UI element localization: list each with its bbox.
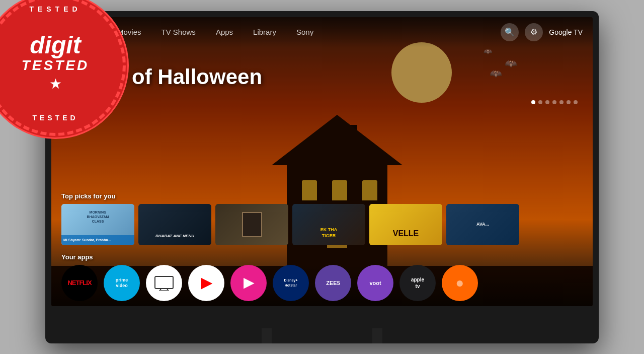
youtube-play-icon: ▶ bbox=[201, 274, 212, 291]
appletv-label: appletv bbox=[411, 276, 424, 290]
app-voot[interactable]: voot bbox=[357, 265, 393, 301]
sony-screen-icon bbox=[154, 275, 174, 291]
carousel-dot-1 bbox=[531, 100, 535, 104]
nav-tab-tv-shows[interactable]: TV Shows bbox=[153, 25, 204, 39]
tv-stand bbox=[45, 328, 599, 343]
app-disney-hotstar[interactable]: Disney+Hotstar bbox=[273, 265, 309, 301]
app-youtube[interactable]: ▶ bbox=[188, 265, 224, 301]
carousel-dot-2 bbox=[538, 100, 542, 104]
carousel-dots bbox=[531, 100, 578, 104]
search-icon: 🔍 bbox=[505, 27, 515, 37]
nav-tab-sony[interactable]: Sony bbox=[288, 25, 321, 39]
prime-label: primevideo bbox=[116, 277, 128, 289]
tv-leg-left bbox=[262, 328, 272, 343]
nav-right-controls: 🔍 ⚙ Google TV bbox=[501, 23, 583, 41]
navigation-bar: For you Movies TV Shows Apps Library Son… bbox=[51, 17, 593, 47]
carousel-dot-5 bbox=[559, 100, 564, 104]
app-zee5[interactable]: ZEE5 bbox=[315, 265, 351, 301]
stamp-arc-bottom: TESTED bbox=[32, 114, 78, 122]
pick-card-2[interactable]: BHARAT ANE NENU bbox=[138, 204, 211, 245]
pick-card-6[interactable]: AVA... bbox=[446, 204, 519, 245]
carousel-dot-6 bbox=[567, 100, 571, 104]
stamp-tested-label: TESTED bbox=[22, 57, 89, 74]
zee5-label: ZEE5 bbox=[326, 280, 340, 286]
carousel-dot-4 bbox=[552, 100, 556, 104]
nav-tab-apps[interactable]: Apps bbox=[208, 25, 241, 39]
gear-icon: ⚙ bbox=[530, 27, 537, 37]
digit-tested-stamp: TESTED digit TESTED ★ TESTED bbox=[0, 0, 126, 136]
stamp-brand: digit bbox=[22, 33, 89, 57]
stamp-star-icon: ★ bbox=[22, 76, 89, 92]
google-tv-label: Google TV bbox=[549, 28, 583, 36]
apps-row: NETFLIX primevideo ▶ bbox=[61, 265, 583, 301]
pick-card-3[interactable] bbox=[215, 204, 288, 245]
tv-frame: 🦇 🦇 🦇 For you Movies TV Shows Apps Libra… bbox=[45, 11, 599, 343]
disney-label: Disney+Hotstar bbox=[284, 278, 297, 288]
carousel-dot-3 bbox=[545, 100, 549, 104]
netflix-label: NETFLIX bbox=[67, 279, 91, 287]
app-films[interactable]: ▶ bbox=[230, 265, 267, 301]
app-sony-liv[interactable] bbox=[146, 265, 182, 301]
stamp-arc-top: TESTED bbox=[29, 5, 81, 13]
apps-section-label: Your apps bbox=[61, 253, 583, 261]
nav-tab-library[interactable]: Library bbox=[245, 25, 284, 39]
pick-card-4[interactable]: EK THATIGER bbox=[292, 204, 365, 245]
search-button[interactable]: 🔍 bbox=[501, 23, 519, 41]
content-sections: Top picks for you MORNINGBHAGVATAMCLASS … bbox=[51, 192, 593, 306]
orange-icon: ● bbox=[456, 275, 464, 291]
voot-label: voot bbox=[369, 280, 381, 286]
films-icon: ▶ bbox=[244, 275, 254, 291]
app-apple-tv[interactable]: appletv bbox=[399, 265, 436, 301]
app-orange[interactable]: ● bbox=[442, 265, 478, 301]
top-picks-label: Top picks for you bbox=[61, 192, 583, 200]
settings-button[interactable]: ⚙ bbox=[525, 23, 543, 41]
top-picks-row: MORNINGBHAGVATAMCLASS Mi Shyam: Sundar, … bbox=[61, 204, 583, 245]
svg-rect-0 bbox=[155, 276, 173, 289]
tv-leg-right bbox=[372, 328, 382, 343]
stamp-inner-content: digit TESTED ★ bbox=[22, 33, 89, 92]
app-netflix[interactable]: NETFLIX bbox=[61, 265, 98, 301]
tv-screen: 🦇 🦇 🦇 For you Movies TV Shows Apps Libra… bbox=[51, 17, 593, 306]
carousel-dot-7 bbox=[574, 100, 578, 104]
pick-card-5[interactable]: Velle bbox=[369, 204, 442, 245]
app-prime-video[interactable]: primevideo bbox=[104, 265, 140, 301]
pick-card-1[interactable]: MORNINGBHAGVATAMCLASS Mi Shyam: Sundar, … bbox=[61, 204, 134, 245]
